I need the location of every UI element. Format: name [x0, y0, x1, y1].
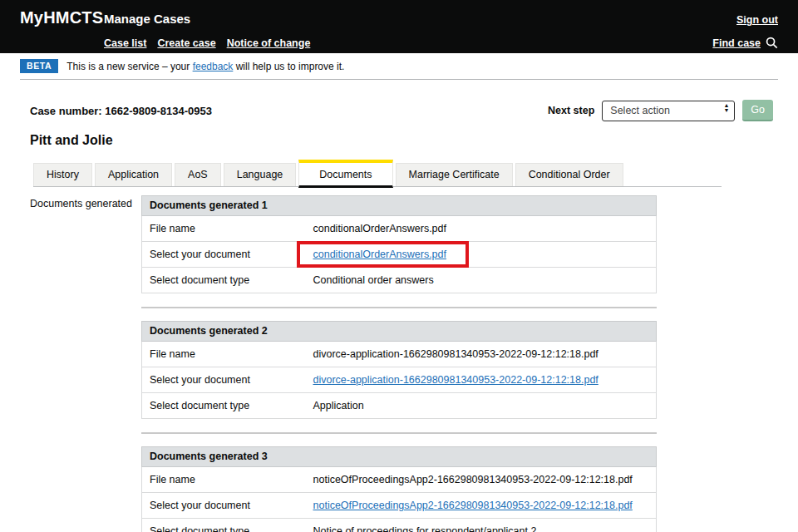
phase-banner: BETA This is a new service – your feedba…	[0, 53, 798, 79]
tab-marriage-certificate[interactable]: Marriage Certificate	[396, 163, 513, 186]
table-row: Select document type Application	[142, 393, 657, 419]
file-name-label: File name	[142, 467, 306, 493]
table-row: Select document type Notice of proceedin…	[142, 519, 657, 532]
select-document-label: Select your document	[142, 493, 306, 519]
find-case-link[interactable]: Find case	[712, 37, 761, 49]
document-link-notice-of-proceedings[interactable]: noticeOfProceedingsApp2-1662980981340953…	[313, 500, 633, 511]
document-type-value: Notice of proceedings for respondent/app…	[306, 519, 657, 532]
case-title: Pitt and Jolie	[30, 133, 798, 148]
document-type-label: Select document type	[142, 393, 306, 419]
case-bar: Case number: 1662-9809-8134-0953 Next st…	[30, 100, 773, 121]
tab-documents[interactable]: Documents	[298, 160, 392, 188]
search-icon[interactable]	[766, 37, 778, 49]
section-divider	[141, 432, 657, 434]
table-title: Documents generated 3	[142, 447, 657, 467]
table-row: File name noticeOfProceedingsApp2-166298…	[142, 467, 657, 493]
select-spinner-icon: ▲▼	[723, 106, 729, 116]
file-name-label: File name	[142, 342, 306, 367]
document-link-conditional-order-answers[interactable]: conditionalOrderAnswers.pdf	[313, 249, 447, 260]
documents-generated-label: Documents generated	[30, 195, 141, 532]
section-divider	[141, 307, 657, 308]
table-row: Select your document conditionalOrderAns…	[142, 242, 657, 268]
beta-badge: BETA	[20, 59, 58, 73]
tab-aos[interactable]: AoS	[175, 163, 221, 186]
next-step-selected-value: Select action	[610, 105, 723, 116]
documents-panel: Documents generated Documents generated …	[30, 195, 798, 532]
select-document-label: Select your document	[142, 367, 306, 393]
phase-banner-divider	[20, 79, 778, 80]
file-name-label: File name	[142, 216, 306, 242]
tab-history[interactable]: History	[33, 163, 92, 186]
tab-language[interactable]: Language	[224, 163, 297, 186]
brand-logo: MyHMCTS	[20, 8, 104, 27]
case-number: Case number: 1662-9809-8134-0953	[30, 105, 212, 117]
documents-generated-3-table: Documents generated 3 File name noticeOf…	[141, 446, 657, 532]
file-name-value: noticeOfProceedingsApp2-1662980981340953…	[306, 467, 657, 493]
app-header: MyHMCTS Manage Cases Sign out Case list …	[0, 0, 798, 53]
next-step-select[interactable]: Select action ▲▼	[602, 101, 735, 121]
sign-out-link[interactable]: Sign out	[736, 14, 778, 26]
go-button[interactable]: Go	[742, 100, 773, 121]
phase-banner-text: This is a new service – your feedback wi…	[66, 61, 344, 72]
document-type-label: Select document type	[142, 519, 306, 532]
table-row: File name conditionalOrderAnswers.pdf	[142, 216, 657, 242]
documents-generated-1-table: Documents generated 1 File name conditio…	[141, 195, 657, 293]
service-title: Manage Cases	[104, 12, 190, 26]
table-title: Documents generated 2	[142, 322, 657, 342]
feedback-link[interactable]: feedback	[193, 61, 234, 72]
nav-case-list[interactable]: Case list	[104, 37, 146, 49]
file-name-value: conditionalOrderAnswers.pdf	[306, 216, 657, 242]
next-step-control: Next step Select action ▲▼ Go	[548, 100, 773, 121]
table-title: Documents generated 1	[142, 196, 657, 216]
case-tabs: History Application AoS Language Documen…	[33, 160, 722, 187]
table-row: Select your document noticeOfProceedings…	[142, 493, 657, 519]
next-step-label: Next step	[548, 105, 594, 116]
documents-generated-2-table: Documents generated 2 File name divorce-…	[141, 321, 657, 419]
tab-conditional-order[interactable]: Conditional Order	[515, 163, 623, 186]
nav-notice-of-change[interactable]: Notice of change	[227, 37, 311, 49]
document-link-divorce-application[interactable]: divorce-application-1662980981340953-202…	[313, 374, 598, 386]
document-type-value: Conditional order answers	[306, 268, 657, 293]
table-row: File name divorce-application-1662980981…	[142, 342, 657, 367]
document-type-value: Application	[306, 393, 657, 419]
document-type-label: Select document type	[142, 268, 306, 293]
file-name-value: divorce-application-1662980981340953-202…	[306, 342, 657, 367]
nav-create-case[interactable]: Create case	[157, 37, 215, 49]
table-row: Select your document divorce-application…	[142, 367, 657, 393]
tab-application[interactable]: Application	[95, 163, 172, 186]
table-row: Select document type Conditional order a…	[142, 268, 657, 293]
select-document-label: Select your document	[142, 242, 306, 268]
